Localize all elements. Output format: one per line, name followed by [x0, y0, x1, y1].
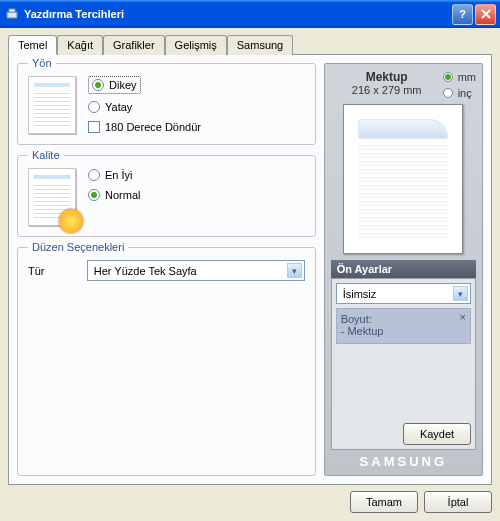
paper-name: Mektup — [331, 70, 443, 84]
tab-basic[interactable]: Temel — [8, 35, 57, 55]
titlebar: Yazdırma Tercihleri ? — [0, 0, 500, 28]
radio-landscape-label: Yatay — [105, 100, 132, 114]
quality-badge-icon — [59, 209, 83, 233]
cancel-label: İptal — [448, 496, 469, 508]
presets-header: Ön Ayarlar — [331, 260, 476, 278]
orientation-group: Yön Dikey Yatay 180 Derece Döndür — [17, 63, 316, 145]
close-button[interactable] — [475, 4, 496, 25]
save-preset-label: Kaydet — [420, 428, 454, 440]
radio-portrait[interactable]: Dikey — [88, 76, 201, 94]
tab-graphics[interactable]: Grafikler — [103, 35, 165, 55]
presets-info-label: Boyut: — [341, 313, 466, 325]
tab-advanced[interactable]: Gelişmiş — [165, 35, 227, 55]
radio-best[interactable]: En İyi — [88, 168, 140, 182]
radio-landscape[interactable]: Yatay — [88, 100, 201, 114]
brand-logo: SAMSUNG — [331, 450, 476, 471]
printer-icon — [4, 6, 20, 22]
tab-paper[interactable]: Kağıt — [57, 35, 103, 55]
quality-title: Kalite — [28, 149, 64, 161]
chevron-down-icon: ▾ — [287, 263, 302, 278]
page-preview — [343, 104, 463, 254]
unit-in-label: inç — [458, 86, 472, 100]
radio-unit-mm[interactable]: mm — [443, 70, 476, 84]
svg-rect-1 — [9, 9, 15, 12]
orientation-title: Yön — [28, 57, 56, 69]
layout-type-value: Her Yüzde Tek Sayfa — [94, 265, 287, 277]
radio-best-label: En İyi — [105, 168, 133, 182]
tabstrip: Temel Kağıt Grafikler Gelişmiş Samsung — [8, 34, 492, 54]
right-column: Mektup 216 x 279 mm mm inç Ön Ayarlar İs… — [324, 63, 483, 476]
paper-dims: 216 x 279 mm — [331, 84, 443, 96]
window-title: Yazdırma Tercihleri — [24, 8, 450, 20]
ok-label: Tamam — [366, 496, 402, 508]
radio-portrait-label: Dikey — [109, 78, 137, 92]
radio-unit-inch[interactable]: inç — [443, 86, 472, 100]
save-preset-button[interactable]: Kaydet — [403, 423, 471, 445]
check-rotate180[interactable]: 180 Derece Döndür — [88, 120, 201, 134]
tab-samsung[interactable]: Samsung — [227, 35, 293, 55]
quality-thumb — [28, 168, 76, 226]
presets-info-value: - Mektup — [341, 325, 466, 337]
presets-info: × Boyut: - Mektup — [336, 308, 471, 344]
check-rotate180-label: 180 Derece Döndür — [105, 120, 201, 134]
cancel-button[interactable]: İptal — [424, 491, 492, 513]
tab-panel: Yön Dikey Yatay 180 Derece Döndür — [8, 54, 492, 485]
window-body: Temel Kağıt Grafikler Gelişmiş Samsung Y… — [0, 28, 500, 521]
close-icon[interactable]: × — [460, 311, 466, 323]
radio-normal-label: Normal — [105, 188, 140, 202]
svg-rect-0 — [7, 12, 17, 18]
help-button[interactable]: ? — [452, 4, 473, 25]
presets-combo[interactable]: İsimsiz ▾ — [336, 283, 471, 304]
radio-normal[interactable]: Normal — [88, 188, 140, 202]
orientation-thumb — [28, 76, 76, 134]
left-column: Yön Dikey Yatay 180 Derece Döndür — [17, 63, 316, 476]
layout-group: Düzen Seçenekleri Tür Her Yüzde Tek Sayf… — [17, 247, 316, 476]
ok-button[interactable]: Tamam — [350, 491, 418, 513]
paper-info: Mektup 216 x 279 mm mm inç — [331, 70, 476, 100]
chevron-down-icon: ▾ — [453, 286, 468, 301]
layout-type-label: Tür — [28, 265, 75, 277]
presets-box: İsimsiz ▾ × Boyut: - Mektup Kaydet — [331, 278, 476, 450]
quality-group: Kalite En İyi Normal — [17, 155, 316, 237]
dialog-footer: Tamam İptal — [8, 485, 492, 513]
presets-value: İsimsiz — [343, 288, 453, 300]
layout-title: Düzen Seçenekleri — [28, 241, 128, 253]
layout-type-combo[interactable]: Her Yüzde Tek Sayfa ▾ — [87, 260, 305, 281]
unit-mm-label: mm — [458, 70, 476, 84]
